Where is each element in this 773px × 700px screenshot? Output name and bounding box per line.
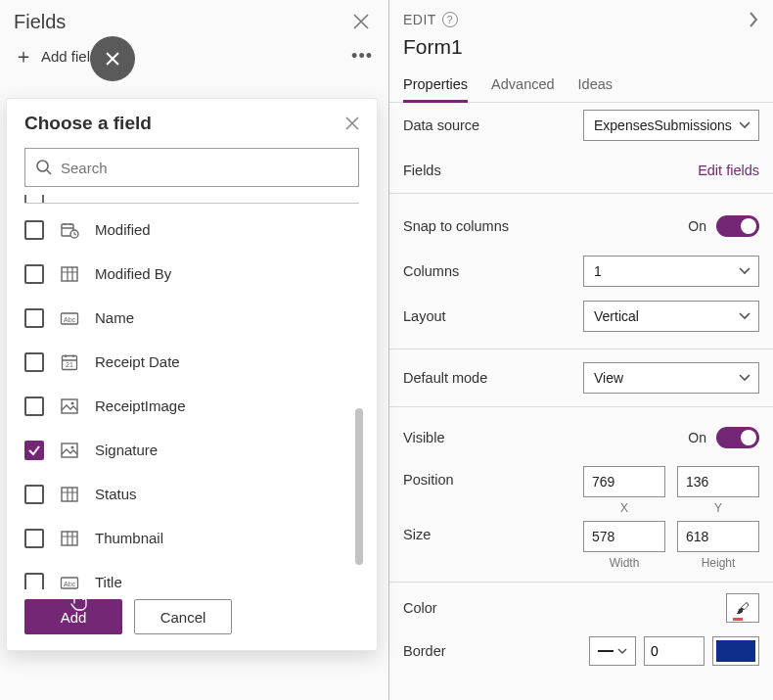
close-popup-button[interactable]: [345, 117, 359, 130]
dismiss-overlay-button[interactable]: [90, 36, 135, 81]
checkbox[interactable]: [24, 573, 44, 590]
svg-rect-13: [62, 532, 77, 545]
search-icon: [35, 159, 53, 176]
data-source-value: ExpensesSubmissions: [594, 117, 732, 133]
columns-select[interactable]: 1: [583, 256, 759, 287]
data-source-label: Data source: [403, 117, 479, 133]
field-label: ReceiptImage: [95, 397, 186, 414]
field-row[interactable]: ReceiptImage: [24, 384, 359, 428]
field-label: Name: [95, 309, 134, 326]
columns-label: Columns: [403, 263, 459, 279]
layout-value: Vertical: [594, 308, 639, 324]
position-y-input[interactable]: [677, 466, 759, 497]
chevron-down-icon: [739, 267, 750, 275]
field-label: Modified: [95, 221, 151, 238]
choose-field-title: Choose a field: [24, 113, 152, 134]
help-icon[interactable]: ?: [442, 12, 458, 27]
fields-label: Fields: [403, 163, 441, 178]
datetime-icon: [60, 220, 79, 240]
data-source-select[interactable]: ExpensesSubmissions: [583, 110, 759, 141]
checkbox[interactable]: [24, 308, 44, 328]
svg-point-0: [37, 161, 48, 171]
field-row[interactable]: Status: [24, 472, 359, 516]
chevron-down-icon: [739, 374, 750, 382]
close-fields-pane[interactable]: [349, 10, 373, 33]
tab-ideas[interactable]: Ideas: [578, 70, 613, 102]
svg-point-11: [71, 445, 74, 448]
checkbox[interactable]: [24, 485, 44, 504]
choose-field-popup: Choose a field: [6, 98, 378, 651]
cancel-button-label: Cancel: [160, 609, 206, 626]
chevron-down-icon: [739, 312, 750, 320]
field-row[interactable]: Modified By: [24, 252, 359, 296]
chevron-down-icon: [617, 648, 627, 655]
close-icon: [353, 14, 369, 29]
default-mode-label: Default mode: [403, 370, 487, 386]
checkbox[interactable]: [24, 397, 44, 416]
image-icon: [60, 397, 79, 416]
position-x-sub: X: [620, 501, 628, 515]
position-y-sub: Y: [714, 501, 722, 515]
svg-text:21: 21: [66, 361, 73, 368]
chevron-down-icon: [739, 121, 750, 129]
field-row[interactable]: Thumbnail: [24, 516, 359, 560]
border-width-input[interactable]: [644, 636, 705, 666]
cancel-button[interactable]: Cancel: [134, 599, 232, 634]
size-height-sub: Height: [702, 556, 736, 570]
checkbox[interactable]: [24, 352, 44, 372]
size-height-input[interactable]: [677, 521, 759, 552]
close-icon: [345, 117, 359, 130]
line-icon: [598, 650, 614, 652]
position-x-input[interactable]: [583, 466, 665, 497]
fields-pane: Fields ＋ Add field ••• Choose a field: [0, 0, 389, 700]
svg-text:Abc: Abc: [64, 315, 76, 322]
snap-state: On: [688, 218, 706, 234]
visible-toggle[interactable]: [716, 427, 759, 448]
svg-rect-10: [62, 443, 77, 457]
scrollbar[interactable]: [355, 408, 363, 565]
field-row[interactable]: 21 Receipt Date: [24, 340, 359, 384]
border-color-picker[interactable]: [712, 636, 759, 666]
brush-icon: 🖌: [736, 600, 750, 616]
field-row[interactable]: Modified: [24, 208, 359, 252]
tab-advanced[interactable]: Advanced: [491, 70, 555, 102]
field-row[interactable]: Abc Title: [24, 560, 359, 589]
search-input[interactable]: [61, 160, 348, 176]
default-mode-select[interactable]: View: [583, 362, 759, 394]
checkbox[interactable]: [24, 441, 44, 460]
add-button-label: Add: [61, 609, 87, 626]
plus-icon: ＋: [14, 43, 33, 70]
border-style-select[interactable]: [589, 636, 636, 666]
add-field-button[interactable]: ＋ Add field: [14, 43, 98, 70]
fields-more-menu[interactable]: •••: [351, 46, 373, 67]
columns-value: 1: [594, 263, 602, 279]
field-label: Title: [95, 574, 122, 589]
field-label: Signature: [95, 442, 158, 458]
search-input-wrap[interactable]: [24, 148, 359, 187]
checkbox[interactable]: [24, 264, 44, 284]
layout-select[interactable]: Vertical: [583, 301, 759, 332]
visible-label: Visible: [403, 430, 444, 445]
collapse-pane-button[interactable]: [748, 10, 759, 29]
edit-fields-link[interactable]: Edit fields: [698, 163, 759, 178]
visible-state: On: [688, 430, 706, 445]
size-width-input[interactable]: [583, 521, 665, 552]
field-label: Status: [95, 486, 137, 502]
tab-properties[interactable]: Properties: [403, 70, 468, 102]
field-list: Modified Modified By Abc Name 21: [7, 193, 377, 589]
field-row[interactable]: Abc Name: [24, 296, 359, 340]
snap-label: Snap to columns: [403, 218, 509, 234]
close-icon: [105, 51, 120, 67]
size-width-sub: Width: [610, 556, 640, 570]
checkbox[interactable]: [24, 220, 44, 240]
layout-label: Layout: [403, 308, 446, 324]
image-icon: [60, 441, 79, 460]
default-mode-value: View: [594, 370, 623, 386]
color-swatch: [716, 640, 755, 662]
position-label: Position: [403, 466, 454, 488]
color-picker[interactable]: 🖌: [726, 593, 759, 623]
add-button[interactable]: Add: [24, 599, 122, 634]
snap-toggle[interactable]: [716, 215, 759, 237]
field-row[interactable]: Signature: [24, 428, 359, 472]
checkbox[interactable]: [24, 529, 44, 548]
